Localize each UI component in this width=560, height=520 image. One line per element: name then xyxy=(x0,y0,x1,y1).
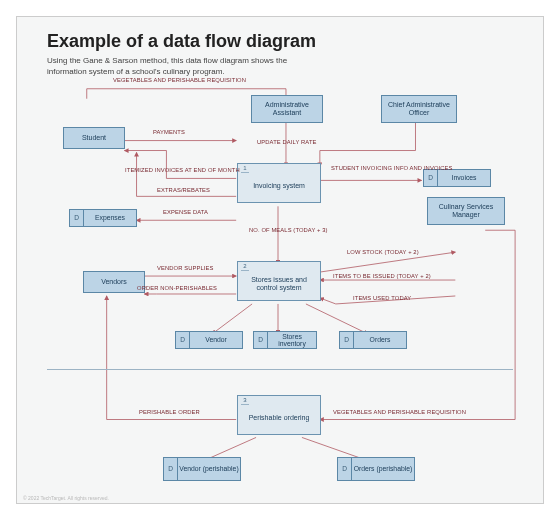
flow-items-used: Items used today xyxy=(353,295,411,301)
flow-extras: Extras/rebates xyxy=(157,187,210,193)
entity-admin-assistant: Administrative Assistant xyxy=(251,95,323,123)
flow-payments: Payments xyxy=(153,129,185,135)
flow-itemized: Itemized invoices at end of month xyxy=(125,167,240,173)
flow-veg-req-bottom: Vegetables and perishable requisition xyxy=(333,409,466,415)
entity-chief-officer: Chief Administrative Officer xyxy=(381,95,457,123)
datastore-vendor: D Vendor xyxy=(175,331,243,349)
diagram-body: Administrative Assistant Chief Administr… xyxy=(17,77,543,503)
datastore-expenses: D Expenses xyxy=(69,209,137,227)
svg-line-7 xyxy=(212,304,252,334)
flow-student-invoicing: Student invoicing info and invoices xyxy=(331,165,453,171)
diagram-canvas: Example of a data flow diagram Using the… xyxy=(16,16,544,504)
flow-items-to-issue: Items to be issued (today + 2) xyxy=(333,273,431,279)
diagram-frame: Example of a data flow diagram Using the… xyxy=(0,0,560,520)
process-perishable-ordering: 3 Perishable ordering xyxy=(237,395,321,435)
process-stores: 2 Stores issues and control system xyxy=(237,261,321,301)
datastore-invoices: D Invoices xyxy=(423,169,491,187)
flow-expense-data: Expense data xyxy=(163,209,208,215)
flow-no-of-meals: No. of meals (today + 3) xyxy=(249,227,328,233)
entity-vendors: Vendors xyxy=(83,271,145,293)
header: Example of a data flow diagram Using the… xyxy=(17,17,543,84)
datastore-orders-perishable: D Orders (perishable) xyxy=(337,457,415,481)
datastore-vendor-perishable: D Vendor (perishable) xyxy=(163,457,241,481)
flow-vendor-supplies: Vendor supplies xyxy=(157,265,214,271)
entity-student: Student xyxy=(63,127,125,149)
page-subtitle: Using the Gane & Sarson method, this dat… xyxy=(47,56,307,78)
flow-update-daily-rate: Update daily rate xyxy=(257,139,317,145)
datastore-orders: D Orders xyxy=(339,331,407,349)
entity-culinary-manager: Culinary Services Manager xyxy=(427,197,505,225)
flow-order-nonperish: Order non-perishables xyxy=(137,285,217,291)
copyright-footer: © 2022 TechTarget. All rights reserved. xyxy=(23,495,109,501)
svg-line-9 xyxy=(306,304,368,334)
section-divider xyxy=(47,369,513,370)
flow-low-stock: Low stock (today + 2) xyxy=(347,249,419,255)
flow-veg-req-top: Vegetables and perishable requisition xyxy=(113,77,246,83)
datastore-stores-inventory: D Stores inventory xyxy=(253,331,317,349)
page-title: Example of a data flow diagram xyxy=(47,31,513,52)
process-invoicing: 1 Invoicing system xyxy=(237,163,321,203)
flow-perishable-order: Perishable order xyxy=(139,409,200,415)
